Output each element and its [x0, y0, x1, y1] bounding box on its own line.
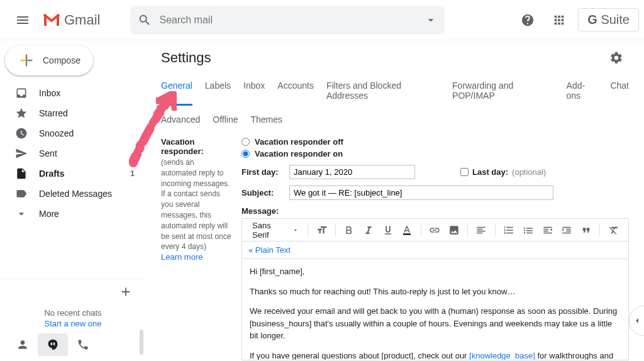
bold-icon — [343, 225, 355, 236]
image-button[interactable] — [445, 221, 462, 239]
font-size-button[interactable] — [313, 221, 330, 239]
gsuite-badge[interactable]: G Suite — [578, 8, 639, 31]
plain-text-toggle[interactable]: « Plain Text — [242, 242, 628, 259]
nav-more[interactable]: More — [0, 204, 141, 224]
search-input[interactable] — [159, 14, 417, 26]
text-color-button[interactable] — [399, 221, 416, 239]
subject-input[interactable] — [289, 186, 553, 200]
tab-general[interactable]: General — [161, 75, 192, 106]
gmail-logo-text: Gmail — [64, 12, 100, 28]
tab-inbox[interactable]: Inbox — [243, 75, 265, 106]
search-bar[interactable] — [130, 6, 445, 35]
italic-button[interactable] — [360, 221, 377, 239]
text-size-icon — [316, 225, 328, 236]
last-day-label: Last day: — [472, 167, 508, 177]
gear-icon — [609, 51, 623, 65]
person-icon — [16, 338, 29, 351]
bullet-list-button[interactable] — [519, 221, 536, 239]
responder-off-radio[interactable] — [242, 138, 250, 146]
subject-row: Subject: — [242, 186, 629, 200]
settings-title: Settings — [161, 50, 211, 66]
numbered-list-button[interactable] — [501, 221, 518, 239]
message-label: Message: — [242, 206, 629, 216]
main-menu-button[interactable] — [8, 5, 38, 35]
first-day-input[interactable] — [289, 165, 415, 179]
star-icon — [15, 107, 28, 119]
tab-themes[interactable]: Themes — [251, 109, 283, 130]
responder-off-row[interactable]: Vacation responder off — [242, 137, 629, 147]
clear-format-icon — [608, 225, 619, 236]
editor-toolbar: Sans Serif — [242, 218, 629, 241]
quote-button[interactable] — [578, 221, 595, 239]
nav-starred[interactable]: Starred — [0, 103, 141, 123]
chat-tab-hangouts[interactable] — [38, 333, 68, 356]
setting-label-col: Vacation responder: (sends an automated … — [161, 137, 231, 360]
nav-snoozed[interactable]: Snoozed — [0, 123, 141, 143]
sidebar-bottom: No recent chats Start a new one — [0, 279, 146, 361]
sidebar-scrollbar[interactable] — [140, 330, 143, 355]
help-button[interactable] — [515, 8, 540, 33]
learn-more-link[interactable]: Learn more — [161, 252, 203, 262]
search-options-icon[interactable] — [425, 14, 437, 26]
body-p3: We received your email and will get back… — [250, 305, 621, 342]
apps-button[interactable] — [547, 8, 572, 33]
search-icon — [138, 13, 152, 27]
nav-inbox[interactable]: Inbox — [0, 83, 141, 103]
chat-tab-person[interactable] — [8, 333, 38, 356]
message-editor[interactable]: Hi [first_name], Thanks so much for reac… — [242, 259, 628, 360]
text-color-icon — [401, 225, 413, 236]
chevron-down-icon — [292, 226, 299, 234]
add-chat-button[interactable] — [116, 282, 136, 302]
bold-button[interactable] — [341, 221, 358, 239]
tab-chat[interactable]: Chat — [610, 75, 629, 106]
numbered-list-icon — [503, 225, 514, 236]
last-day-group: Last day: (optional) — [460, 167, 546, 177]
indent-more-button[interactable] — [558, 221, 575, 239]
header-actions: G Suite — [515, 8, 639, 33]
align-icon — [475, 225, 487, 236]
first-day-label: First day: — [242, 167, 282, 177]
link-icon — [429, 225, 440, 236]
underline-button[interactable] — [379, 221, 396, 239]
font-selector[interactable]: Sans Serif — [248, 221, 303, 240]
first-day-row: First day: Last day: (optional) — [242, 165, 629, 179]
phone-icon — [77, 338, 89, 351]
settings-gear-button[interactable] — [604, 45, 629, 70]
chevron-left-icon — [632, 316, 642, 326]
tab-accounts[interactable]: Accounts — [277, 75, 314, 106]
body-p1: Hi [first_name], — [250, 265, 621, 278]
setting-description: (sends an automated reply to incoming me… — [161, 157, 231, 252]
tab-labels[interactable]: Labels — [205, 75, 231, 106]
knowledge-base-link[interactable]: [knowledge_base] — [469, 351, 535, 360]
gmail-logo[interactable]: Gmail — [43, 12, 100, 28]
indent-more-icon — [561, 225, 572, 236]
nav-drafts[interactable]: Drafts 1 — [0, 164, 141, 184]
start-chat-link[interactable]: Start a new one — [0, 319, 146, 331]
bullet-list-icon — [523, 225, 534, 236]
chat-tabs — [0, 331, 146, 361]
compose-label: Compose — [43, 55, 80, 65]
responder-on-radio[interactable] — [242, 150, 250, 158]
compose-button[interactable]: Compose — [5, 45, 93, 75]
nav-sent[interactable]: Sent — [0, 143, 141, 164]
nav-deleted[interactable]: Deleted Messages — [0, 184, 141, 204]
last-day-checkbox[interactable] — [460, 168, 469, 176]
body-p2: Thanks so much for reaching out! This au… — [250, 286, 621, 298]
help-icon — [521, 13, 535, 27]
responder-on-row[interactable]: Vacation responder on — [242, 149, 629, 158]
chat-tab-phone[interactable] — [68, 333, 98, 356]
clear-format-button[interactable] — [605, 221, 622, 239]
file-icon — [15, 167, 28, 180]
chat-empty-text: No recent chats — [0, 304, 146, 319]
compose-plus-icon — [18, 52, 35, 69]
send-icon — [15, 147, 28, 160]
tab-offline[interactable]: Offline — [213, 109, 238, 130]
sidebar: Compose Inbox Starred Snoozed Sent Draft… — [0, 40, 146, 361]
tab-advanced[interactable]: Advanced — [161, 109, 200, 130]
tab-forwarding[interactable]: Forwarding and POP/IMAP — [452, 75, 554, 106]
align-button[interactable] — [473, 221, 490, 239]
indent-less-button[interactable] — [539, 221, 556, 239]
tab-addons[interactable]: Add-ons — [567, 75, 598, 106]
link-button[interactable] — [426, 221, 443, 239]
tab-filters[interactable]: Filters and Blocked Addresses — [326, 75, 440, 106]
